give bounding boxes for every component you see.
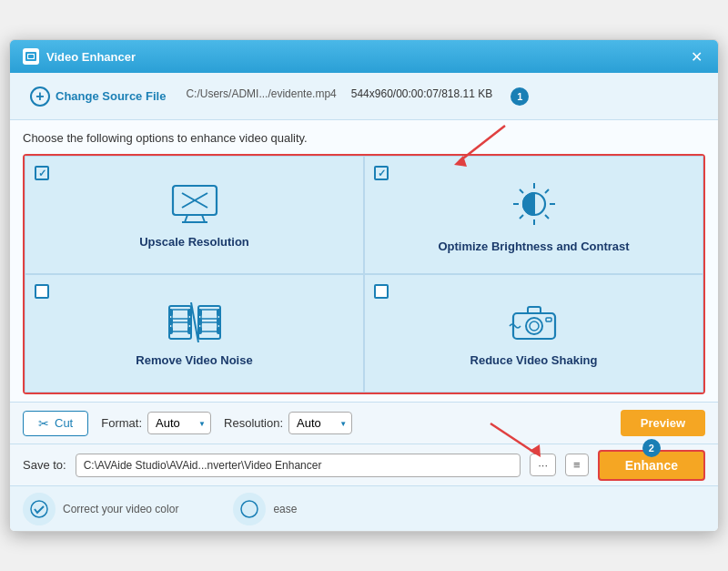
svg-line-13 — [520, 189, 523, 193]
film-icon — [167, 302, 222, 346]
svg-line-35 — [191, 302, 198, 342]
title-bar: Video Enhancer ✕ — [10, 40, 718, 73]
svg-rect-34 — [217, 328, 220, 333]
cut-button[interactable]: ✂ Cut — [23, 411, 88, 436]
checkbox-upscale[interactable] — [35, 166, 49, 180]
preview-button[interactable]: Preview — [621, 410, 705, 436]
enhance-wrap: 2 Enhance — [598, 450, 705, 481]
options-grid: Upscale Resolution — [23, 154, 705, 394]
svg-line-14 — [545, 215, 549, 219]
format-label: Format: — [101, 416, 142, 430]
file-meta: 544x960/00:00:07/818.11 KB — [351, 87, 492, 106]
badge-1: 1 — [511, 87, 529, 106]
monitor-icon — [169, 184, 220, 228]
correct-icon — [23, 493, 56, 525]
svg-rect-20 — [169, 310, 172, 315]
app-icon — [23, 48, 39, 65]
option-noise[interactable]: Remove Video Noise — [25, 274, 364, 393]
svg-line-3 — [185, 215, 187, 222]
cut-label: Cut — [55, 416, 73, 430]
svg-rect-33 — [217, 319, 220, 324]
svg-rect-31 — [198, 328, 201, 333]
scissors-icon: ✂ — [38, 416, 49, 431]
svg-line-16 — [520, 215, 523, 219]
svg-rect-21 — [169, 319, 172, 324]
video-enhancer-window: Video Enhancer ✕ + Change Source File C:… — [9, 39, 719, 532]
resolution-group: Resolution: Auto 1080p 720p 480p — [224, 412, 352, 434]
badge-2: 2 — [642, 439, 661, 457]
hint-item-2: ease — [233, 493, 297, 525]
svg-rect-24 — [188, 319, 191, 324]
checkbox-brightness[interactable] — [374, 166, 389, 180]
svg-line-15 — [545, 189, 549, 193]
list-button[interactable]: ≡ — [565, 454, 589, 476]
checkbox-noise[interactable] — [35, 284, 49, 299]
hint-text-1: Correct your video color — [63, 503, 178, 515]
file-path: C:/Users/ADMI.../evidente.mp4 — [186, 87, 336, 106]
svg-point-43 — [241, 501, 258, 517]
resolution-label: Resolution: — [224, 416, 283, 430]
browse-dots-button[interactable]: ··· — [530, 454, 556, 476]
add-circle-icon: + — [30, 87, 50, 107]
window-title: Video Enhancer — [46, 50, 136, 64]
option-shaking-label: Reduce Video Shaking — [470, 353, 598, 367]
brightness-icon — [510, 179, 559, 232]
resolution-select-wrap: Auto 1080p 720p 480p — [288, 412, 352, 434]
option-upscale-label: Upscale Resolution — [139, 235, 249, 249]
content-area: Choose the following options to enhance … — [10, 120, 718, 402]
svg-line-4 — [202, 215, 205, 222]
hint-item-1: Correct your video color — [23, 493, 178, 525]
option-upscale[interactable]: Upscale Resolution — [25, 156, 364, 274]
option-brightness[interactable]: Optimize Brightness and Contrast — [364, 156, 703, 274]
svg-rect-30 — [198, 319, 201, 324]
format-select[interactable]: Auto MP4 AVI MOV — [147, 412, 211, 434]
format-select-wrap: Auto MP4 AVI MOV — [147, 412, 211, 434]
change-source-button[interactable]: + Change Source File — [23, 83, 173, 110]
close-button[interactable]: ✕ — [687, 47, 705, 66]
svg-rect-22 — [169, 328, 172, 333]
camera-icon — [508, 302, 561, 346]
option-noise-label: Remove Video Noise — [136, 353, 252, 367]
bottom-hints: Correct your video color ease — [10, 485, 718, 531]
toolbar-bar: ✂ Cut Format: Auto MP4 AVI MOV Resolutio… — [10, 402, 718, 444]
svg-rect-32 — [217, 310, 220, 315]
svg-rect-23 — [188, 310, 191, 315]
source-bar: + Change Source File C:/Users/ADMI.../ev… — [10, 73, 718, 120]
checkbox-shaking[interactable] — [374, 284, 389, 299]
option-shaking[interactable]: Reduce Video Shaking — [364, 274, 703, 393]
resolution-select[interactable]: Auto 1080p 720p 480p — [288, 412, 352, 434]
svg-point-42 — [31, 501, 47, 517]
svg-rect-25 — [188, 328, 191, 333]
save-path-input[interactable] — [76, 454, 521, 477]
title-bar-left: Video Enhancer — [23, 48, 136, 65]
svg-rect-29 — [198, 310, 201, 315]
hint-text-2: ease — [273, 503, 297, 515]
prompt-text: Choose the following options to enhance … — [23, 131, 705, 145]
option-brightness-label: Optimize Brightness and Contrast — [438, 240, 629, 253]
save-bar: Save to: ··· ≡ 2 Enhance — [10, 444, 718, 485]
format-group: Format: Auto MP4 AVI MOV — [101, 412, 211, 434]
save-label: Save to: — [23, 458, 66, 472]
ease-icon — [233, 493, 266, 525]
file-info: C:/Users/ADMI.../evidente.mp4 544x960/00… — [186, 87, 529, 106]
change-source-label: Change Source File — [56, 89, 166, 103]
